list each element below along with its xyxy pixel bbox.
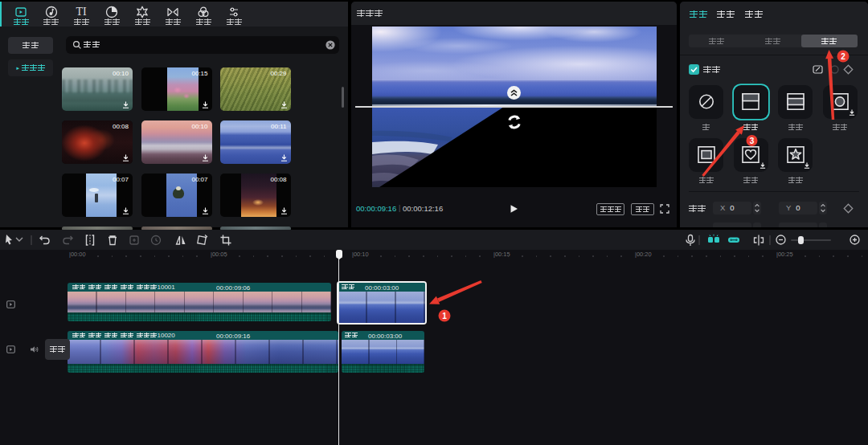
svg-text:3: 3	[750, 137, 755, 145]
svg-text:2: 2	[841, 52, 845, 61]
svg-text:1: 1	[442, 312, 447, 320]
